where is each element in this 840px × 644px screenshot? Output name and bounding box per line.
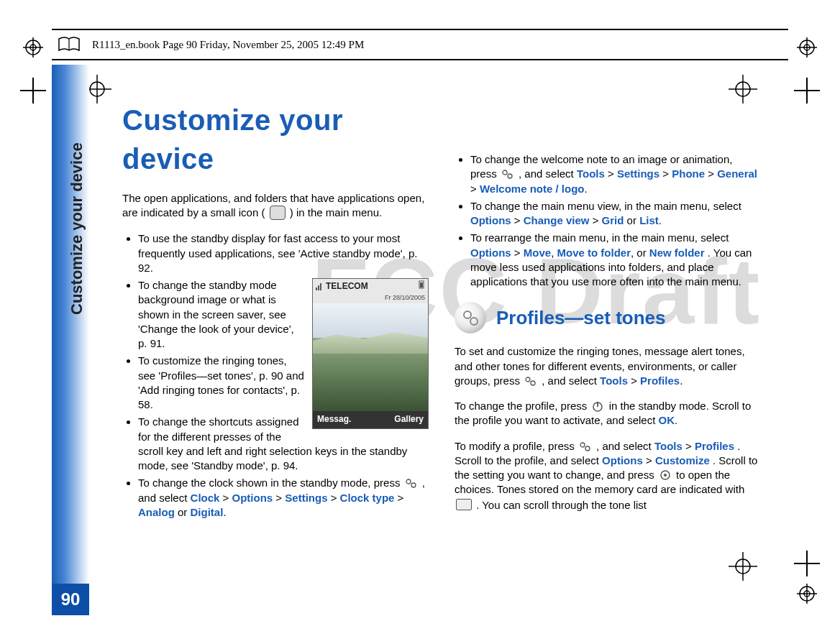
- link-clock-type: Clock type: [340, 492, 395, 504]
- bullet-list-left: To use the standby display for fast acce…: [122, 231, 429, 520]
- link-change-view: Change view: [524, 214, 590, 226]
- link-options: Options: [470, 214, 511, 226]
- link-tools: Tools: [577, 167, 605, 180]
- book-header-bar: R1113_en.book Page 90 Friday, November 2…: [52, 29, 788, 60]
- phone-date: Fr 28/10/2005: [313, 293, 428, 303]
- link-list: List: [639, 214, 659, 226]
- link-analog: Analog: [138, 506, 175, 518]
- link-settings: Settings: [617, 167, 659, 180]
- profiles-section-icon: [455, 302, 486, 334]
- memory-card-icon: [456, 499, 472, 510]
- phone-softkeys: Messag. Gallery: [313, 411, 428, 428]
- page-number: 90: [52, 584, 89, 615]
- section-title: Profiles—set tones: [496, 305, 666, 331]
- link-new-folder: New folder: [649, 247, 705, 259]
- link-digital: Digital: [191, 506, 224, 518]
- signal-icon: [316, 282, 323, 290]
- registration-mark-icon: [797, 37, 817, 60]
- link-tools: Tools: [600, 374, 628, 387]
- bullet-list-right: To change the welcome note to an image o…: [455, 152, 761, 289]
- power-key-icon: [591, 400, 604, 412]
- menu-key-icon: [405, 477, 418, 489]
- page-root: R1113_en.book Page 90 Friday, November 2…: [0, 0, 840, 644]
- registration-mark-icon: [797, 584, 817, 607]
- link-clock: Clock: [191, 492, 220, 504]
- svg-point-46: [664, 474, 667, 477]
- bullet-item: To use the standby display for fast acce…: [138, 231, 429, 275]
- svg-rect-32: [420, 282, 423, 288]
- link-general: General: [717, 167, 757, 180]
- link-options: Options: [470, 247, 511, 259]
- svg-rect-28: [316, 288, 317, 290]
- link-options: Options: [602, 454, 643, 466]
- phone-wallpaper: [313, 303, 428, 411]
- link-welcome: Welcome note / logo: [480, 183, 585, 195]
- softkey-right: Gallery: [394, 413, 424, 425]
- link-customize: Customize: [655, 454, 710, 466]
- registration-mark-icon: [23, 37, 43, 60]
- svg-point-44: [585, 446, 590, 451]
- intro-text-b: ) in the main menu.: [290, 206, 382, 218]
- profiles-paragraph-3: To modify a profile, press , and select …: [455, 439, 761, 512]
- menu-key-icon: [524, 375, 537, 387]
- profiles-paragraph-1: To set and customize the ringing tones, …: [455, 344, 761, 388]
- book-header-text: R1113_en.book Page 90 Friday, November 2…: [92, 39, 364, 51]
- column-left: Customize your device The open applicati…: [122, 101, 429, 579]
- menu-key-icon: [501, 168, 514, 180]
- bullet-item: To change the main menu view, in the mai…: [470, 199, 761, 229]
- svg-point-35: [503, 170, 507, 175]
- phone-carrier: TELECOM: [326, 280, 368, 292]
- link-move: Move: [524, 247, 551, 259]
- column-right: To change the welcome note to an image o…: [455, 101, 761, 579]
- svg-point-43: [580, 443, 585, 447]
- svg-point-39: [526, 377, 530, 382]
- book-icon: [58, 36, 81, 53]
- bullet-item: To change the welcome note to an image o…: [470, 152, 761, 196]
- section-heading: Profiles—set tones: [455, 302, 761, 334]
- bullet-text: To change the standby mode background im…: [138, 279, 294, 349]
- link-settings: Settings: [285, 492, 327, 504]
- svg-point-38: [470, 318, 478, 325]
- bullet-item: TELECOM Fr 28/10/2005 Messag. Gallery: [138, 278, 429, 351]
- page-title: Customize your device: [122, 101, 429, 178]
- link-tools: Tools: [654, 440, 682, 452]
- svg-point-34: [411, 483, 416, 487]
- link-profiles: Profiles: [695, 440, 734, 452]
- intro-paragraph: The open applications, and folders that …: [122, 191, 429, 221]
- svg-point-33: [406, 479, 411, 484]
- svg-point-36: [508, 174, 512, 178]
- menu-key-icon: [579, 441, 592, 452]
- profiles-paragraph-2: To change the profile, press in the stan…: [455, 399, 761, 428]
- link-phone: Phone: [672, 167, 705, 180]
- link-profiles: Profiles: [640, 374, 680, 387]
- svg-rect-30: [320, 283, 321, 290]
- bullet-item: To change the clock shown in the standby…: [138, 476, 429, 520]
- scroll-key-icon: [659, 469, 672, 481]
- side-section-label: Customize your device: [68, 142, 86, 315]
- link-ok: OK: [659, 414, 675, 426]
- open-app-indicator-icon: [270, 206, 286, 220]
- battery-icon: [418, 280, 425, 289]
- crop-mark-icon: [794, 78, 820, 106]
- content-area: Customize your device The open applicati…: [122, 101, 761, 579]
- crop-mark-icon: [794, 551, 820, 579]
- bullet-item: To rearrange the main menu, in the main …: [470, 231, 761, 289]
- svg-point-40: [531, 381, 535, 385]
- phone-status-bar: TELECOM: [313, 279, 428, 293]
- phone-screenshot: TELECOM Fr 28/10/2005 Messag. Gallery: [312, 278, 429, 429]
- crop-mark-icon: [20, 78, 46, 106]
- link-options: Options: [232, 492, 273, 504]
- svg-point-37: [464, 311, 471, 318]
- softkey-left: Messag.: [317, 413, 351, 425]
- link-grid: Grid: [602, 214, 624, 226]
- svg-rect-29: [318, 285, 319, 290]
- link-move-to-folder: Move to folder: [557, 247, 631, 259]
